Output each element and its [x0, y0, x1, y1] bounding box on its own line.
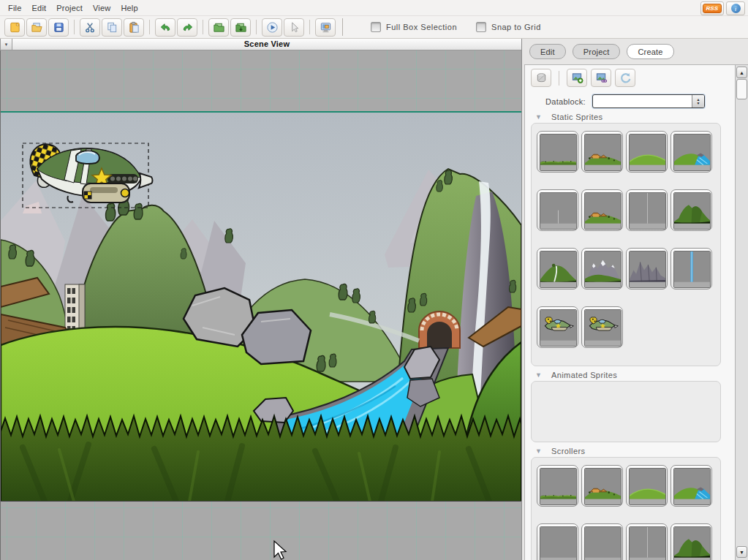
panel-scrollbar[interactable]: ▲ ▼	[735, 65, 748, 560]
sprite-rock-ridge-thumbnail[interactable]	[626, 248, 668, 290]
sprite-green-mountain-thumbnail[interactable]	[670, 523, 712, 560]
sprite-hill-huts-thumbnail[interactable]	[581, 189, 623, 231]
sprite-line-full-thumbnail[interactable]	[626, 523, 668, 560]
section-body-scrollers	[531, 457, 721, 560]
menu-bar: FileEditProjectViewHelp RSS i	[0, 0, 748, 16]
cut-icon	[84, 21, 97, 34]
section-header-static-sprites[interactable]: ▼Static Sprites	[535, 113, 736, 121]
copy-button[interactable]	[102, 18, 122, 37]
scene-canvas[interactable]	[0, 50, 521, 560]
monitor-icon	[320, 21, 332, 34]
panel-toolbar-separator	[559, 71, 559, 86]
menu-view[interactable]: View	[88, 4, 116, 12]
section-header-scrollers[interactable]: ▼Scrollers	[535, 447, 736, 455]
menu-project[interactable]: Project	[51, 4, 88, 12]
sprite-line-full-thumbnail[interactable]	[626, 189, 668, 231]
save-button[interactable]	[48, 18, 69, 37]
scroll-up-button[interactable]: ▲	[736, 67, 747, 78]
scroll-down-button[interactable]: ▼	[736, 546, 747, 558]
tab-edit[interactable]: Edit	[529, 44, 566, 59]
sprite-water-column-thumbnail[interactable]	[670, 248, 712, 290]
add-image-button[interactable]	[567, 69, 587, 87]
sprite-snow-mountain-thumbnail[interactable]	[581, 248, 623, 290]
paste-button[interactable]	[124, 18, 144, 37]
sprite-green-hill-thumbnail[interactable]	[626, 465, 668, 507]
combo-spinner-icon[interactable]: ▲▼	[692, 95, 704, 107]
new-file-icon	[9, 21, 21, 34]
info-button[interactable]: i	[726, 1, 745, 15]
full-box-selection-checkbox[interactable]: Full Box Selection	[371, 22, 457, 32]
pointer-button[interactable]	[284, 18, 304, 37]
export-folder-button[interactable]	[230, 18, 251, 37]
toolbar-separator	[149, 20, 150, 34]
refresh-icon	[619, 72, 632, 84]
scene-dropdown-button[interactable]: ▼	[0, 39, 12, 50]
datablock-button[interactable]	[531, 69, 551, 87]
scrollbar-thumb[interactable]	[736, 79, 747, 99]
toolbar-splitter	[342, 18, 343, 36]
datablock-label: Datablock:	[545, 97, 586, 106]
checkbox-icon[interactable]	[476, 22, 486, 32]
menu-help[interactable]: Help	[116, 4, 143, 12]
sprite-grass-edge-thumbnail[interactable]	[537, 131, 578, 173]
sprite-line-bottom-thumbnail[interactable]	[537, 189, 578, 231]
section-label: Animated Sprites	[551, 371, 617, 379]
preview-button[interactable]	[315, 18, 336, 37]
toolbar-separator	[74, 20, 75, 34]
sprite-green-mountain-thumbnail[interactable]	[670, 189, 712, 231]
sprite-hill-river-thumbnail[interactable]	[670, 465, 712, 507]
main-area: ▼ Scene View	[0, 39, 748, 560]
tab-create[interactable]: Create	[627, 44, 673, 59]
rss-button[interactable]: RSS	[700, 1, 724, 15]
sprite-grid	[537, 131, 720, 348]
toolbar-separator	[256, 20, 257, 34]
panel-tool-row	[525, 65, 736, 91]
image-add-icon	[571, 72, 583, 84]
datablock-row: Datablock: ▲▼	[545, 94, 736, 108]
sprite-hill-river-thumbnail[interactable]	[670, 131, 712, 173]
refresh-button[interactable]	[615, 69, 635, 87]
datablock-combobox[interactable]: ▲▼	[592, 94, 705, 108]
datablock-icon	[535, 72, 548, 84]
sprite-hill-huts-thumbnail[interactable]	[581, 465, 623, 507]
sprite-plane-thumbnail[interactable]	[581, 306, 623, 348]
tab-project[interactable]: Project	[573, 44, 621, 59]
open-folder-icon	[31, 21, 43, 34]
checkbox-label: Full Box Selection	[386, 23, 457, 31]
undo-icon	[159, 21, 172, 34]
collapse-triangle-icon: ▼	[535, 113, 551, 121]
menu-file[interactable]: File	[3, 4, 27, 12]
redo-button[interactable]	[177, 18, 197, 37]
sprite-blank-thumbnail[interactable]	[537, 523, 578, 560]
sprite-green-hill-thumbnail[interactable]	[626, 131, 668, 173]
cut-button[interactable]	[80, 18, 100, 37]
link-image-button[interactable]	[591, 69, 611, 87]
section-header-animated-sprites[interactable]: ▼Animated Sprites	[535, 371, 736, 379]
sprite-grass-edge-thumbnail[interactable]	[537, 465, 578, 507]
rss-badge: RSS	[703, 4, 722, 13]
sprite-blank-thumbnail[interactable]	[581, 523, 623, 560]
menu-edit[interactable]: Edit	[27, 4, 52, 12]
snap-to-grid-checkbox[interactable]: Snap to Grid	[476, 22, 541, 32]
undo-button[interactable]	[155, 18, 175, 37]
play-icon	[266, 21, 279, 34]
section-body-static-sprites	[531, 123, 721, 366]
level-scene	[1, 111, 521, 502]
copy-icon	[106, 21, 118, 34]
checkbox-icon[interactable]	[371, 22, 381, 32]
collapse-triangle-icon: ▼	[535, 371, 551, 379]
window-buttons: RSS i	[700, 1, 745, 15]
sprite-hill-huts-thumbnail[interactable]	[581, 131, 623, 173]
section-body-animated-sprites	[531, 381, 721, 442]
sprite-mountain-waterfall-thumbnail[interactable]	[537, 248, 578, 290]
info-icon: i	[731, 4, 741, 13]
open-button[interactable]	[26, 18, 47, 37]
import-folder-button[interactable]	[208, 18, 229, 37]
sprite-plane-thumbnail[interactable]	[537, 306, 578, 348]
new-button[interactable]	[4, 18, 25, 37]
play-button[interactable]	[262, 18, 282, 37]
side-panel: EditProjectCreate Datablock: ▲▼ ▼Static …	[522, 39, 748, 560]
datablock-value	[593, 95, 692, 107]
app-window: { "window": { "rss_button": "RSS", "info…	[0, 0, 748, 560]
scene-artwork	[1, 50, 521, 560]
